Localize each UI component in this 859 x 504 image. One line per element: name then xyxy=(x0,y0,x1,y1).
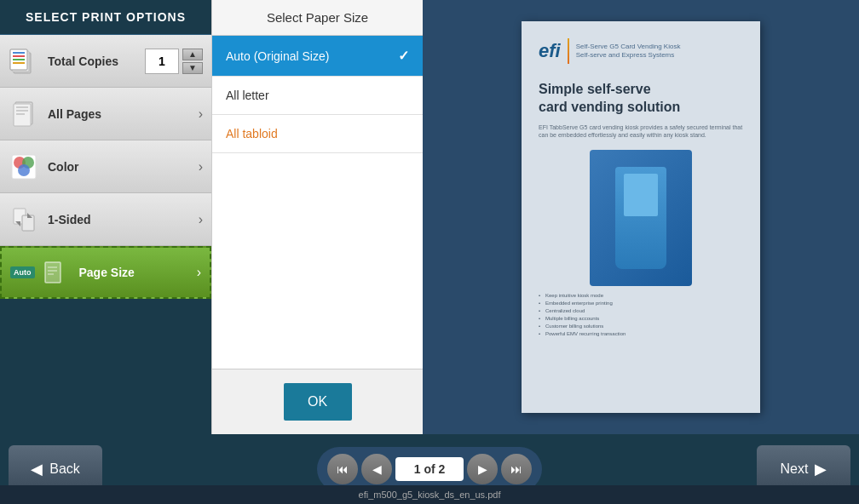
paper-size-letter[interactable]: All letter xyxy=(212,77,423,115)
all-pages-icon xyxy=(9,99,39,129)
first-page-btn[interactable]: ⏮ xyxy=(327,454,358,484)
logo-divider xyxy=(568,38,569,64)
copies-control: ▲ ▼ xyxy=(145,49,203,74)
preview-image-area xyxy=(590,150,692,286)
sided-icon xyxy=(9,204,39,235)
dropdown-list: Auto (Original Size) ✓ All letter All ta… xyxy=(212,36,423,369)
print-options-panel: SELECT PRINT OPTIONS Total Copies ▲ xyxy=(0,0,211,434)
first-page-icon: ⏮ xyxy=(337,462,349,476)
left-panel-title: SELECT PRINT OPTIONS xyxy=(0,0,211,35)
bullet-4: Multiple billing accounts xyxy=(539,316,743,321)
all-pages-arrow: › xyxy=(199,106,203,122)
dropdown-title: Select Paper Size xyxy=(212,0,423,36)
copies-icon xyxy=(9,46,39,77)
next-page-btn[interactable]: ▶ xyxy=(467,454,498,484)
preview-headline: Simple self-servecard vending solution xyxy=(539,81,743,117)
filename-bar: efi_m500_g5_kiosk_ds_en_us.pdf xyxy=(0,485,859,504)
color-option[interactable]: Color › xyxy=(0,140,211,193)
preview-bullets: Keep intuitive kiosk mode Embedded enter… xyxy=(539,293,743,336)
svg-rect-18 xyxy=(45,262,61,283)
bullet-3: Centralized cloud xyxy=(539,308,743,313)
preview-page: efi Self-Serve G5 Card Vending KioskSelf… xyxy=(522,21,760,413)
paper-size-tabloid-label: All tabloid xyxy=(226,127,278,140)
check-mark: ✓ xyxy=(398,48,409,64)
copies-input[interactable] xyxy=(145,49,179,74)
copies-increment-btn[interactable]: ▲ xyxy=(182,49,203,60)
color-label: Color xyxy=(48,160,199,174)
preview-logo: efi Self-Serve G5 Card Vending KioskSelf… xyxy=(539,38,743,64)
page-indicator: 1 of 2 xyxy=(395,457,464,481)
preview-subtext: EFI TabbServe G5 card vending kiosk prov… xyxy=(539,123,743,140)
kiosk-screen xyxy=(624,174,658,216)
svg-rect-5 xyxy=(13,59,25,60)
page-size-icon xyxy=(40,257,71,288)
paper-size-auto[interactable]: Auto (Original Size) ✓ xyxy=(212,36,423,77)
svg-rect-3 xyxy=(13,52,25,54)
svg-rect-11 xyxy=(16,113,25,115)
paper-size-tabloid[interactable]: All tabloid xyxy=(212,115,423,153)
svg-point-15 xyxy=(18,164,30,176)
paper-size-auto-label: Auto (Original Size) xyxy=(226,49,329,63)
all-pages-label: All Pages xyxy=(48,107,199,121)
bullet-1: Keep intuitive kiosk mode xyxy=(539,293,743,298)
page-size-arrow: › xyxy=(197,265,201,280)
kiosk-shape xyxy=(615,167,666,269)
prev-page-btn[interactable]: ◀ xyxy=(361,454,392,484)
bullet-2: Embedded enterprise printing xyxy=(539,301,743,306)
color-arrow: › xyxy=(199,159,203,175)
paper-size-letter-label: All letter xyxy=(226,89,269,102)
next-page-icon: ▶ xyxy=(478,462,487,476)
next-label: Next xyxy=(781,461,809,477)
bullet-6: Powerful EMV recurring transaction xyxy=(539,331,743,336)
filename-text: efi_m500_g5_kiosk_ds_en_us.pdf xyxy=(359,490,501,500)
paper-size-dropdown: Select Paper Size Auto (Original Size) ✓… xyxy=(211,0,423,434)
auto-badge: Auto xyxy=(10,266,35,278)
sided-option[interactable]: 1-Sided › xyxy=(0,193,211,246)
page-size-label: Page Size xyxy=(79,266,197,279)
back-label: Back xyxy=(49,461,80,477)
ok-button[interactable]: OK xyxy=(284,383,352,421)
copies-btn-group: ▲ ▼ xyxy=(182,49,203,74)
svg-rect-9 xyxy=(16,106,28,108)
back-arrow-icon: ◀ xyxy=(31,460,43,478)
efi-logo-text: efi xyxy=(539,40,561,62)
color-icon xyxy=(9,152,39,182)
all-pages-option[interactable]: All Pages › xyxy=(0,88,211,140)
dropdown-footer: OK xyxy=(212,369,423,434)
document-preview-panel: efi Self-Serve G5 Card Vending KioskSelf… xyxy=(423,0,859,434)
sided-arrow: › xyxy=(199,212,203,227)
next-arrow-icon: ▶ xyxy=(815,460,827,478)
sided-label: 1-Sided xyxy=(48,213,199,226)
bullet-5: Customer billing solutions xyxy=(539,324,743,329)
last-page-btn[interactable]: ⏭ xyxy=(501,454,532,484)
total-copies-label: Total Copies xyxy=(48,54,145,68)
logo-subtitle: Self-Serve G5 Card Vending KioskSelf-ser… xyxy=(576,43,681,60)
total-copies-row: Total Copies ▲ ▼ xyxy=(0,35,211,88)
prev-page-icon: ◀ xyxy=(372,462,382,476)
page-size-option[interactable]: Auto Page Size › xyxy=(0,246,211,299)
svg-rect-4 xyxy=(13,55,25,57)
svg-rect-10 xyxy=(16,110,28,112)
svg-rect-6 xyxy=(13,62,25,64)
copies-decrement-btn[interactable]: ▼ xyxy=(182,62,203,74)
last-page-icon: ⏭ xyxy=(510,462,522,476)
preview-content: efi Self-Serve G5 Card Vending KioskSelf… xyxy=(522,21,760,356)
